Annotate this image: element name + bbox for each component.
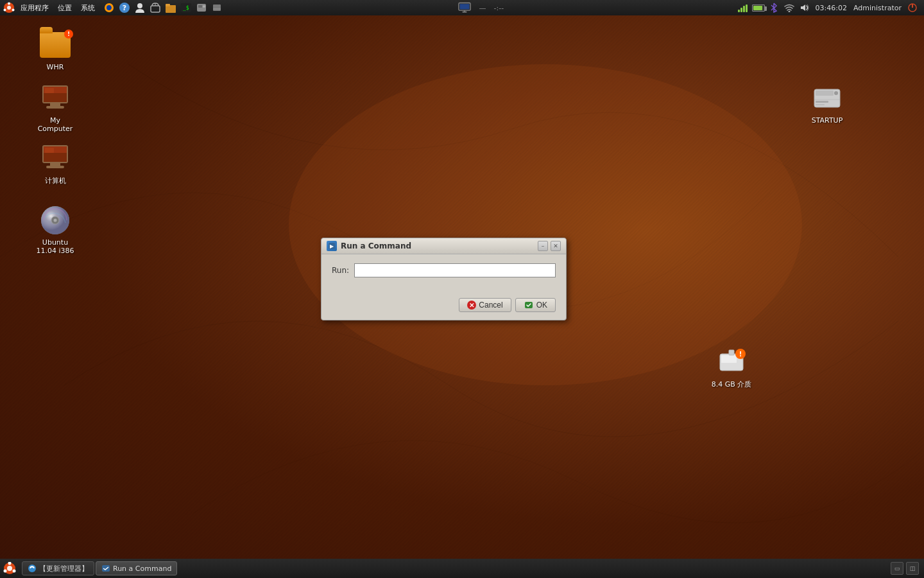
svg-point-64: [7, 566, 12, 571]
computer-cn-svg: [40, 144, 71, 172]
apps-menu[interactable]: 应用程序: [17, 2, 53, 14]
hide-windows-button[interactable]: ◫: [906, 562, 919, 575]
desktop-icon-my-computer[interactable]: My Computer: [30, 80, 81, 136]
svg-rect-32: [44, 93, 67, 102]
terminal-icon[interactable]: _$: [180, 1, 193, 14]
drive-icon[interactable]: [210, 1, 223, 14]
usb-svg: !: [716, 347, 747, 376]
display-icon[interactable]: [458, 1, 471, 14]
whr-badge: !: [64, 30, 73, 39]
svg-point-10: [137, 3, 142, 8]
usb-media-label: 8.4 GB 介质: [712, 380, 752, 389]
svg-rect-69: [102, 565, 110, 572]
cancel-icon: ✕: [467, 301, 476, 310]
computer-cn-icon: [40, 143, 71, 173]
my-computer-icon: [40, 83, 71, 114]
dialog-titlebar: ▶ Run a Command – ✕: [321, 238, 566, 254]
svg-rect-41: [46, 166, 64, 168]
run-command-dialog: ▶ Run a Command – ✕ Run: ✕ Cancel: [321, 238, 567, 320]
svg-point-3: [8, 3, 10, 5]
update-manager-label: 【更新管理器】: [39, 564, 89, 574]
users-icon[interactable]: [133, 1, 146, 14]
battery-icon[interactable]: [752, 1, 765, 14]
file-manager-icon[interactable]: [164, 1, 177, 14]
svg-point-26: [788, 11, 790, 13]
svg-rect-33: [50, 103, 60, 106]
run-row: Run:: [332, 263, 556, 277]
whr-label: WHR: [47, 63, 64, 71]
ok-label: OK: [536, 301, 547, 310]
power-icon[interactable]: [906, 1, 919, 14]
panel-separator: —: [479, 4, 486, 12]
panel-separator2: -:--: [493, 4, 504, 12]
taskbar-update-manager[interactable]: 【更新管理器】: [22, 561, 94, 575]
system-menu[interactable]: 系统: [77, 2, 99, 14]
dialog-controls: – ✕: [538, 241, 561, 251]
ubuntu-disc-label: Ubuntu 11.04 i386: [32, 238, 78, 255]
dialog-close-button[interactable]: ✕: [551, 241, 561, 251]
wifi-icon[interactable]: [783, 1, 796, 14]
bar2: [740, 8, 742, 12]
ok-button[interactable]: OK: [515, 298, 556, 312]
desktop-icon-ubuntu-disc[interactable]: Ubuntu 11.04 i386: [30, 202, 81, 258]
run-input[interactable]: [354, 263, 556, 277]
taskbar-items: 【更新管理器】 Run a Command: [19, 561, 891, 575]
update-icon: [28, 564, 37, 573]
startup-icon: [812, 83, 843, 114]
network-signal-icon[interactable]: [737, 1, 749, 14]
volume-icon[interactable]: [798, 1, 811, 14]
desktop-icon-usb-media[interactable]: ! 8.4 GB 介质: [706, 344, 757, 392]
svg-rect-18: [198, 5, 202, 8]
places-menu[interactable]: 位置: [54, 2, 76, 14]
bar3: [743, 6, 745, 12]
desktop-icon-computer-cn[interactable]: 计算机: [30, 140, 81, 188]
svg-rect-49: [816, 91, 834, 96]
svg-rect-42: [45, 148, 54, 153]
show-desktop-button[interactable]: ▭: [891, 562, 903, 575]
svg-point-46: [54, 219, 57, 222]
svg-point-5: [4, 9, 6, 12]
battery-fill: [753, 6, 762, 10]
taskbar-logo[interactable]: [3, 561, 17, 575]
taskbar: 【更新管理器】 Run a Command ▭ ◫: [0, 559, 924, 578]
svg-text:_$: _$: [183, 5, 189, 11]
ubuntu-logo-icon[interactable]: [3, 1, 15, 14]
svg-point-51: [834, 91, 838, 95]
clock[interactable]: 03:46:02: [814, 4, 849, 12]
svg-point-67: [4, 570, 7, 573]
svg-point-68: [28, 565, 36, 572]
network-icon[interactable]: [149, 1, 162, 14]
panel-right: 03:46:02 Administrator: [737, 1, 924, 14]
apps-label: 应用程序: [21, 3, 49, 13]
panel-center: — -:--: [226, 1, 737, 14]
run-command-taskbar-icon: [101, 564, 110, 573]
disk-icon[interactable]: [195, 1, 208, 14]
svg-point-0: [289, 64, 802, 385]
dialog-buttons: ✕ Cancel OK: [321, 295, 566, 320]
taskbar-run-command[interactable]: Run a Command: [96, 561, 177, 575]
bluetooth-icon[interactable]: [767, 1, 780, 14]
svg-text:?: ?: [123, 4, 126, 12]
ok-icon: [524, 301, 534, 310]
computer-cn-label: 计算机: [45, 176, 66, 186]
svg-rect-57: [729, 350, 734, 355]
help-icon[interactable]: ?: [118, 1, 131, 14]
username[interactable]: Administrator: [851, 4, 903, 12]
cancel-button[interactable]: ✕ Cancel: [459, 298, 511, 312]
firefox-icon[interactable]: [103, 1, 116, 14]
taskbar-right: ▭ ◫: [891, 562, 924, 575]
svg-rect-23: [460, 4, 470, 9]
top-panel: 应用程序 位置 系统: [0, 0, 924, 15]
dialog-minimize-button[interactable]: –: [538, 241, 548, 251]
svg-rect-11: [151, 6, 160, 12]
svg-point-19: [203, 5, 205, 8]
svg-point-66: [13, 570, 16, 573]
desktop-icon-startup[interactable]: STARTUP: [801, 80, 853, 127]
dialog-content: Run:: [321, 254, 566, 295]
signal-bars: [738, 3, 748, 12]
svg-rect-34: [46, 106, 64, 109]
desktop-icon-whr[interactable]: ! WHR: [30, 27, 81, 74]
svg-point-2: [7, 6, 11, 10]
quick-launch: ?: [100, 1, 226, 14]
dialog-title: Run a Command: [341, 241, 534, 250]
